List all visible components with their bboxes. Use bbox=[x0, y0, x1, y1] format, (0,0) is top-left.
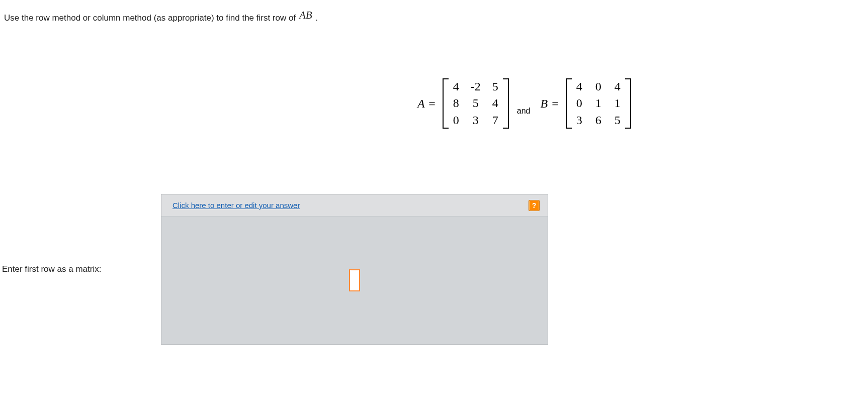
and-label: and bbox=[514, 107, 536, 116]
cell: 0 bbox=[452, 114, 461, 127]
cell: 5 bbox=[613, 114, 622, 127]
cell: 4 bbox=[452, 80, 461, 93]
bracket-left-icon bbox=[566, 78, 572, 129]
matrix-a-grid: 4 -2 5 8 5 4 0 3 7 bbox=[449, 78, 503, 129]
cell: 5 bbox=[471, 96, 480, 110]
matrix-b: 4 0 4 0 1 1 3 6 5 bbox=[566, 78, 631, 129]
cell: 4 bbox=[575, 80, 584, 93]
cell: 8 bbox=[452, 96, 461, 110]
bracket-right-icon bbox=[625, 78, 631, 129]
question-prefix: Use the row method or column method (as … bbox=[4, 13, 298, 23]
cell: 0 bbox=[594, 80, 603, 93]
answer-header: Click here to enter or edit your answer … bbox=[161, 194, 548, 217]
cell: 5 bbox=[491, 80, 500, 93]
question-suffix: . bbox=[315, 13, 318, 23]
answer-box: Click here to enter or edit your answer … bbox=[161, 194, 548, 345]
label-b: B bbox=[540, 97, 548, 110]
matrices-display: A = 4 -2 5 8 5 4 0 3 7 and B = 4 0 4 0 1… bbox=[0, 78, 868, 129]
matrix-b-grid: 4 0 4 0 1 1 3 6 5 bbox=[572, 78, 625, 129]
cell: 3 bbox=[575, 114, 584, 127]
answer-label: Enter first row as a matrix: bbox=[0, 264, 161, 274]
bracket-left-icon bbox=[443, 78, 449, 129]
question-text: Use the row method or column method (as … bbox=[0, 0, 868, 23]
answer-body bbox=[161, 217, 548, 344]
bracket-right-icon bbox=[503, 78, 509, 129]
matrix-a: 4 -2 5 8 5 4 0 3 7 bbox=[443, 78, 509, 129]
cell: 0 bbox=[575, 96, 584, 110]
edit-answer-link[interactable]: Click here to enter or edit your answer bbox=[172, 201, 300, 210]
cell: -2 bbox=[471, 80, 481, 93]
matrix-input[interactable] bbox=[349, 269, 360, 291]
matrix-b-label: B = bbox=[540, 97, 560, 111]
cell: 4 bbox=[491, 96, 500, 110]
cell: 3 bbox=[471, 114, 480, 127]
question-expr: AB bbox=[298, 9, 313, 21]
help-icon[interactable]: ? bbox=[529, 200, 540, 211]
answer-section: Enter first row as a matrix: Click here … bbox=[0, 194, 868, 345]
matrix-a-label: A = bbox=[417, 97, 438, 111]
cell: 6 bbox=[594, 114, 603, 127]
cell: 1 bbox=[594, 96, 603, 110]
equals-a: = bbox=[427, 97, 436, 110]
cell: 1 bbox=[613, 96, 622, 110]
equals-b: = bbox=[551, 97, 559, 110]
cell: 7 bbox=[491, 114, 500, 127]
label-a: A bbox=[417, 97, 424, 110]
cell: 4 bbox=[613, 80, 622, 93]
